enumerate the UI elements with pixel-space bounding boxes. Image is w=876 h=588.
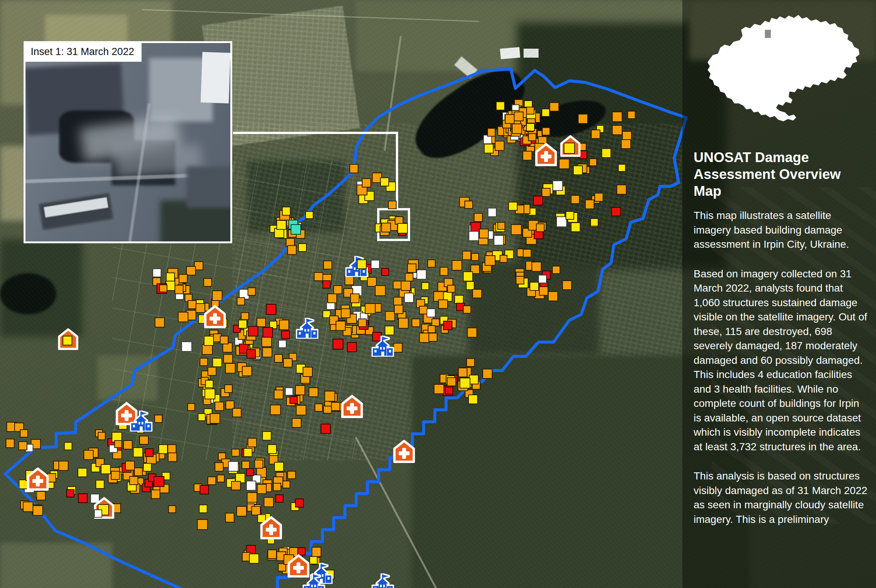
- damage-marker-orange: [242, 461, 250, 469]
- damage-marker-orange: [548, 291, 558, 301]
- damage-marker-red: [321, 424, 331, 434]
- damage-marker-orange: [362, 178, 371, 188]
- damage-marker-orange: [187, 403, 195, 411]
- damage-marker-orange: [385, 311, 395, 321]
- damage-marker-orange: [303, 367, 313, 377]
- damage-marker-white: [285, 387, 294, 396]
- damage-marker-red: [611, 207, 621, 216]
- damage-marker-yellow: [571, 222, 580, 232]
- damage-marker-orange: [273, 483, 281, 490]
- damage-marker-orange: [248, 438, 257, 447]
- damage-marker-orange: [279, 320, 290, 330]
- damage-marker-yellow: [212, 358, 222, 367]
- damage-marker-orange: [331, 402, 340, 411]
- damage-marker-orange: [482, 369, 493, 379]
- damage-marker-orange: [487, 128, 496, 136]
- damage-marker-orange: [168, 505, 176, 513]
- damage-marker-yellow: [542, 108, 550, 117]
- damage-marker-red: [275, 494, 284, 502]
- damage-marker-white: [404, 293, 414, 303]
- damage-marker-orange: [283, 358, 293, 368]
- damage-marker-red: [323, 280, 331, 289]
- damage-marker-orange: [485, 255, 496, 266]
- damage-marker-orange: [344, 276, 353, 285]
- damage-marker-red: [281, 330, 290, 339]
- damage-marker-orange: [616, 184, 627, 195]
- damage-marker-orange: [236, 506, 247, 516]
- damage-marker-orange: [335, 321, 346, 331]
- damage-marker-orange: [412, 318, 420, 327]
- damage-marker-orange: [407, 264, 416, 273]
- damage-marker-orange: [427, 260, 436, 268]
- damage-marker-orange: [225, 513, 234, 522]
- damage-marker-orange: [341, 308, 350, 318]
- damage-marker-orange: [267, 549, 277, 559]
- damage-marker-orange: [350, 294, 359, 303]
- damage-marker-orange: [242, 366, 252, 376]
- damage-marker-orange: [472, 289, 482, 298]
- damage-marker-orange: [257, 318, 266, 327]
- ukraine-silhouette: [708, 15, 859, 121]
- damage-marker-orange: [6, 439, 15, 448]
- damage-marker-red: [533, 196, 543, 206]
- damage-marker-orange: [212, 291, 222, 301]
- damage-marker-orange: [264, 497, 274, 507]
- damage-marker-orange: [394, 304, 403, 314]
- damage-marker-orange: [151, 490, 161, 499]
- damage-marker-red: [78, 493, 88, 503]
- damage-marker-white: [469, 231, 479, 242]
- damage-marker-white: [152, 268, 161, 278]
- page-title: UNOSAT Damage Assessment Overview Map: [694, 149, 870, 200]
- damage-marker-red: [246, 349, 256, 358]
- damage-marker-orange: [232, 408, 242, 417]
- damage-marker-orange: [167, 444, 176, 453]
- map-description-paragraph: This map illustrates a satellite imagery…: [694, 208, 870, 252]
- damage-marker-white: [371, 260, 380, 269]
- damage-marker-orange: [333, 285, 342, 294]
- damage-marker-orange: [466, 358, 475, 367]
- damage-marker-orange: [358, 318, 367, 327]
- health-facility-icon: [341, 395, 363, 418]
- damage-marker-orange: [562, 280, 572, 290]
- damage-marker-yellow: [282, 207, 291, 216]
- school-icon: [303, 573, 325, 588]
- damage-marker-yellow: [243, 448, 252, 457]
- damage-marker-orange: [237, 297, 245, 305]
- damage-marker-orange: [215, 462, 224, 471]
- damage-marker-orange: [178, 312, 188, 322]
- damage-marker-orange: [589, 158, 597, 166]
- damage-marker-orange: [179, 274, 188, 283]
- damage-marker-orange: [393, 297, 402, 305]
- damage-marker-yellow: [385, 326, 394, 335]
- damage-marker-orange: [542, 127, 550, 135]
- damage-marker-orange: [36, 491, 46, 500]
- damage-marker-yellow: [143, 463, 152, 472]
- damage-marker-orange: [207, 477, 216, 485]
- damage-marker-yellow: [96, 480, 105, 489]
- damage-marker-yellow: [205, 380, 213, 388]
- damage-marker-yellow: [238, 320, 247, 328]
- damage-marker-white: [246, 481, 256, 490]
- damage-marker-orange: [207, 367, 216, 376]
- damage-marker-yellow: [526, 123, 535, 132]
- damage-marker-orange: [438, 299, 448, 309]
- map-description-paragraph: This analysis is based on structures vis…: [694, 469, 870, 526]
- damage-marker-orange: [123, 440, 132, 450]
- damage-marker-orange: [215, 402, 224, 411]
- damage-marker-yellow: [463, 272, 473, 281]
- damage-marker-yellow: [421, 282, 429, 290]
- damage-marker-yellow: [63, 336, 72, 345]
- damage-marker-orange: [287, 471, 296, 480]
- damage-marker-orange: [125, 461, 135, 471]
- damage-marker-orange: [462, 251, 472, 260]
- damage-marker-white: [538, 275, 547, 284]
- damage-marker-orange: [84, 450, 94, 460]
- damage-marker-orange: [261, 336, 272, 347]
- damage-marker-yellow: [276, 220, 287, 230]
- inset-map: Inset 1: 31 March 2022: [24, 41, 232, 243]
- damage-marker-orange: [594, 193, 603, 202]
- damage-marker-red: [200, 485, 209, 494]
- info-panel-text: UNOSAT Damage Assessment Overview Map Th…: [694, 149, 870, 542]
- damage-marker-orange: [523, 249, 532, 258]
- health-facility-icon: [535, 143, 557, 166]
